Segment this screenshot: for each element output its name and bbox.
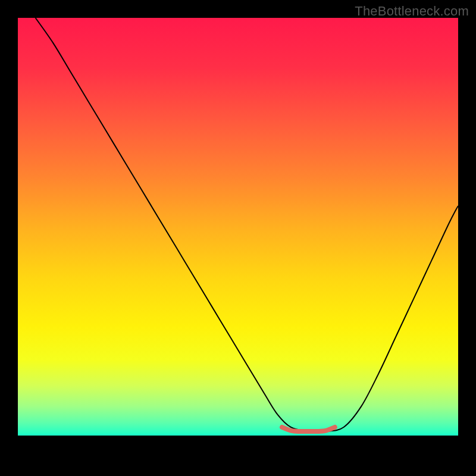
chart-curves [18, 18, 458, 436]
plot-area [18, 18, 458, 436]
chart-frame [18, 18, 458, 458]
bottom-black-band [18, 436, 458, 458]
bottleneck-curve [36, 18, 458, 432]
watermark-text: TheBottleneck.com [355, 4, 469, 19]
optimal-range-marker [282, 427, 335, 431]
